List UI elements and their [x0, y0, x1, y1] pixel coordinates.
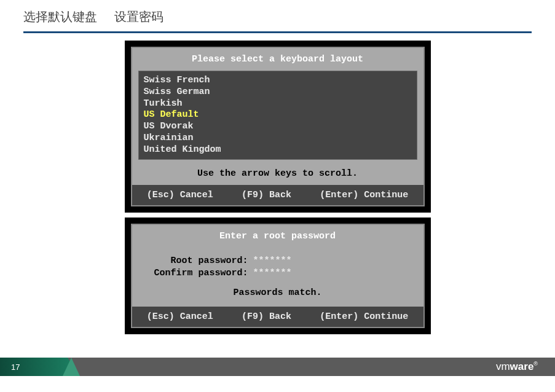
vmware-logo: vmware®: [496, 361, 538, 373]
root-password-input[interactable]: *******: [253, 255, 292, 267]
confirm-password-label: Confirm password:: [141, 267, 248, 280]
password-button-bar: (Esc) Cancel (F9) Back (Enter) Continue: [132, 307, 423, 327]
continue-button[interactable]: (Enter) Continue: [320, 312, 408, 322]
keyboard-option-swiss-german[interactable]: Swiss German: [144, 87, 412, 98]
keyboard-option-ukrainian[interactable]: Ukrainian: [144, 133, 412, 144]
footer-accent-icon: [63, 358, 80, 376]
keyboard-option-united-kingdom[interactable]: United Kingdom: [144, 144, 412, 156]
back-button[interactable]: (F9) Back: [242, 190, 291, 200]
continue-button[interactable]: (Enter) Continue: [320, 190, 408, 200]
page-number: 17: [11, 363, 20, 372]
keyboard-option-swiss-french[interactable]: Swiss French: [144, 75, 412, 87]
title-part1: 选择默认键盘: [23, 10, 97, 23]
slide-title: 选择默认键盘 设置密码: [0, 0, 555, 29]
confirm-password-input[interactable]: *******: [253, 267, 292, 280]
cancel-button[interactable]: (Esc) Cancel: [147, 312, 213, 322]
keyboard-button-bar: (Esc) Cancel (F9) Back (Enter) Continue: [132, 185, 423, 205]
slide-footer: 17 vmware®: [0, 358, 555, 376]
back-button[interactable]: (F9) Back: [242, 312, 291, 322]
scroll-hint: Use the arrow keys to scroll.: [132, 163, 423, 185]
password-dialog-title: Enter a root password: [132, 225, 423, 244]
keyboard-dialog-title: Please select a keyboard layout: [132, 48, 423, 67]
root-password-dialog: Enter a root password Root password: ***…: [125, 218, 431, 334]
cancel-button[interactable]: (Esc) Cancel: [147, 190, 213, 200]
keyboard-option-us-dvorak[interactable]: US Dvorak: [144, 121, 412, 133]
keyboard-listbox[interactable]: Swiss French Swiss German Turkish US Def…: [138, 71, 417, 160]
keyboard-option-turkish[interactable]: Turkish: [144, 98, 412, 110]
title-underline: [23, 31, 532, 33]
title-part2: 设置密码: [114, 10, 163, 23]
keyboard-option-us-default[interactable]: US Default: [144, 109, 412, 121]
page-number-badge: 17: [0, 358, 68, 376]
keyboard-layout-dialog: Please select a keyboard layout Swiss Fr…: [125, 41, 431, 213]
root-password-label: Root password:: [141, 255, 248, 267]
password-match-status: Passwords match.: [141, 279, 415, 302]
